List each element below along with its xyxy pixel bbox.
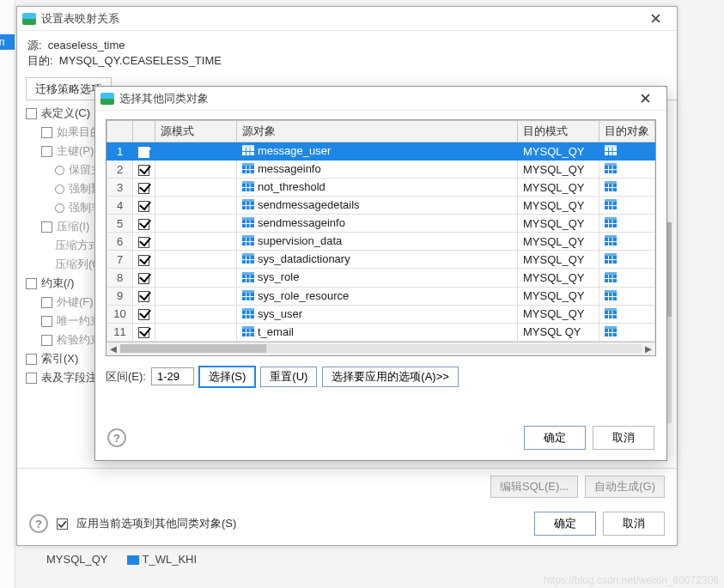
table-row[interactable]: 7sys_datadictionaryMYSQL_QY: [107, 251, 655, 269]
cell-source-schema: [155, 233, 237, 251]
tree-table-field[interactable]: 表及字段注: [41, 370, 97, 385]
tree-constraint[interactable]: 约束(/): [41, 276, 74, 291]
tree-index[interactable]: 索引(X): [41, 351, 78, 367]
scroll-right-icon[interactable]: ►: [642, 342, 655, 355]
ok-button[interactable]: 确定: [534, 512, 596, 536]
row-checkbox[interactable]: [138, 183, 149, 194]
cell-target-object: [599, 305, 655, 323]
table-icon: [605, 235, 617, 248]
row-number: 6: [107, 233, 133, 251]
row-checkbox[interactable]: [138, 219, 149, 230]
cell-source-schema: [155, 269, 237, 287]
dialog-title: 设置表映射关系: [41, 11, 639, 27]
table-row[interactable]: 2messageinfoMYSQL_QY: [107, 161, 655, 179]
inner-help-button[interactable]: ?: [107, 428, 126, 447]
cell-target-object: [599, 287, 655, 305]
table-row[interactable]: 11t_emailMYSQL QY: [107, 323, 655, 341]
row-checkbox[interactable]: [138, 309, 149, 320]
col-target-schema[interactable]: 目的模式: [518, 121, 599, 142]
svg-rect-81: [242, 290, 254, 293]
cell-target-schema: MYSQL_QY: [518, 197, 599, 215]
apply-label: 应用当前选项到其他同类对象(S): [76, 516, 236, 531]
options-button[interactable]: 选择要应用的选项(A)>>: [322, 367, 459, 387]
svg-rect-41: [242, 217, 254, 220]
table-row[interactable]: 8sys_roleMYSQL_QY: [107, 269, 655, 287]
svg-rect-106: [605, 326, 617, 329]
row-checkbox[interactable]: [138, 147, 149, 158]
background-list-row: MYSQL_QY T_WL_KHI: [46, 553, 197, 566]
svg-rect-66: [605, 253, 617, 256]
cell-target-schema: MYSQL_QY: [518, 269, 599, 287]
svg-rect-76: [605, 272, 617, 275]
cell-target-object: [599, 197, 655, 215]
help-button[interactable]: ?: [29, 514, 48, 533]
col-target-object[interactable]: 目的对象: [599, 121, 655, 142]
svg-rect-6: [605, 145, 617, 148]
checkbox-icon[interactable]: [26, 108, 37, 119]
close-icon: [651, 14, 660, 23]
svg-rect-71: [242, 272, 254, 275]
row-number: 3: [107, 179, 133, 197]
inner-ok-button[interactable]: 确定: [524, 426, 586, 450]
col-source-object[interactable]: 源对象: [237, 121, 518, 142]
svg-rect-21: [242, 181, 254, 184]
cell-target-schema: MYSQL_QY: [518, 161, 599, 179]
svg-rect-31: [242, 199, 254, 202]
table-icon: [605, 290, 617, 303]
table-icon: [605, 199, 617, 212]
horizontal-scrollbar[interactable]: ◄ ►: [106, 342, 655, 355]
table-row[interactable]: 9sys_role_resourceMYSQL_QY: [107, 287, 655, 305]
row-checkbox[interactable]: [138, 327, 149, 338]
cell-target-object: [599, 269, 655, 287]
row-checkbox[interactable]: [138, 273, 149, 284]
cell-target-schema: MYSQL_QY: [518, 305, 599, 323]
table-icon: [605, 272, 617, 285]
svg-rect-11: [242, 163, 254, 166]
col-source-schema[interactable]: 源模式: [155, 121, 237, 142]
cancel-button[interactable]: 取消: [603, 512, 665, 536]
close-button[interactable]: [639, 9, 672, 28]
scrollbar-thumb[interactable]: [120, 344, 266, 353]
table-row[interactable]: 5sendmessageinfoMYSQL_QY: [107, 215, 655, 233]
cell-source-object: messageinfo: [237, 161, 518, 179]
row-checkbox[interactable]: [138, 165, 149, 176]
row-checkbox[interactable]: [138, 255, 149, 266]
cell-source-schema: [155, 287, 237, 305]
select-button[interactable]: 选择(S): [199, 367, 255, 387]
source-label: 源:: [27, 39, 42, 52]
table-icon: [242, 235, 254, 248]
range-row: 区间(E): 选择(S) 重置(U) 选择要应用的选项(A)>>: [106, 367, 656, 387]
svg-rect-96: [605, 308, 617, 311]
auto-generate-button: 自动生成(G): [585, 476, 665, 498]
svg-rect-1: [242, 145, 254, 148]
table-row[interactable]: 1message_userMYSQL_QY: [107, 142, 655, 161]
radio-icon[interactable]: [55, 166, 64, 175]
inner-close-button[interactable]: [629, 89, 661, 108]
inner-titlebar[interactable]: 选择其他同类对象: [95, 87, 666, 111]
row-number: 8: [107, 269, 133, 287]
row-checkbox[interactable]: [138, 291, 149, 302]
scroll-left-icon[interactable]: ◄: [106, 342, 120, 355]
reset-button[interactable]: 重置(U): [260, 367, 317, 387]
target-value: MYSQL_QY.CEASELESS_TIME: [59, 54, 222, 67]
cell-source-schema: [155, 215, 237, 233]
table-row[interactable]: 4sendmessagedetailsMYSQL_QY: [107, 197, 655, 215]
titlebar[interactable]: 设置表映射关系: [17, 7, 677, 31]
table-row[interactable]: 10sys_userMYSQL_QY: [107, 305, 655, 323]
tree-table-def[interactable]: 表定义(C): [41, 106, 90, 121]
table-icon: [242, 181, 254, 194]
dialog-select-similar-objects: 选择其他同类对象 源模式 源对象 目的模式 目的对象 1message_user…: [94, 86, 667, 461]
row-number: 4: [107, 197, 133, 215]
row-checkbox[interactable]: [138, 201, 149, 212]
table-row[interactable]: 6supervision_dataMYSQL_QY: [107, 233, 655, 251]
row-number: 9: [107, 287, 133, 305]
inner-cancel-button[interactable]: 取消: [593, 426, 654, 450]
svg-rect-16: [605, 163, 617, 166]
table-row[interactable]: 3not_thresholdMYSQL_QY: [107, 179, 655, 197]
table-icon: [242, 199, 254, 212]
table-icon: [605, 253, 617, 266]
range-input[interactable]: [151, 367, 194, 385]
table-icon: [242, 217, 254, 230]
row-checkbox[interactable]: [138, 237, 149, 248]
apply-checkbox[interactable]: [57, 518, 68, 530]
